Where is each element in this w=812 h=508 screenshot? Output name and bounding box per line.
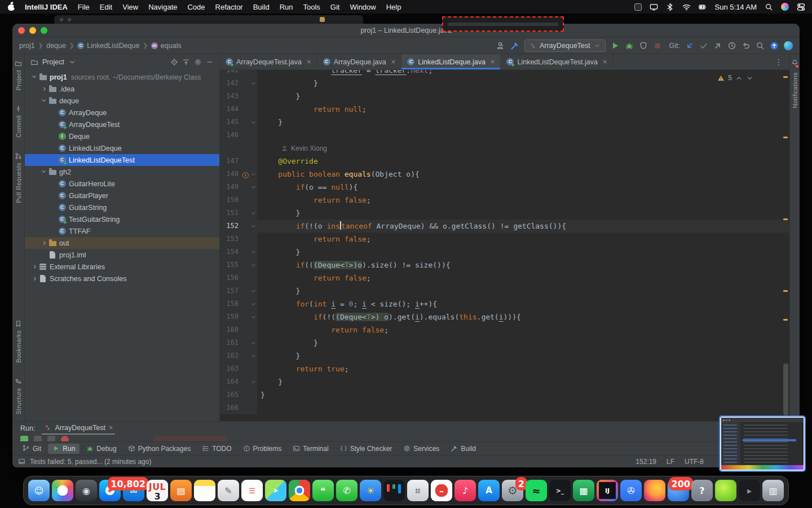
siri-icon[interactable] <box>781 3 789 11</box>
warning-stripe-mark[interactable] <box>783 137 788 138</box>
zoom-window-button[interactable] <box>41 27 47 34</box>
menu-window[interactable]: Window <box>345 3 381 11</box>
code-line-159[interactable]: 159 if(!((Deque<T>) o).get(i).equals(thi… <box>220 310 789 323</box>
run-config-select[interactable]: ArrayDequeTest <box>524 40 606 52</box>
tool-window-button-services[interactable]: Services <box>399 444 444 454</box>
dock-zoom[interactable]: ✇ <box>620 480 642 501</box>
gutter[interactable]: 153 <box>220 233 257 246</box>
code-text[interactable] <box>257 401 789 414</box>
git-update-button[interactable] <box>685 41 694 50</box>
chevron-right-icon[interactable] <box>30 277 38 280</box>
tree-item-proj1-iml[interactable]: proj1.iml <box>25 249 219 261</box>
chevron-down-icon[interactable] <box>68 58 76 66</box>
gutter[interactable]: 141 <box>220 70 257 77</box>
code-text[interactable]: if(!((Deque<T>) o).get(i).equals(this.ge… <box>257 310 789 323</box>
code-line-143[interactable]: 143 } <box>220 90 789 103</box>
line-number[interactable]: 156 <box>220 271 241 284</box>
error-stripe[interactable] <box>782 70 789 421</box>
chevron-down-icon[interactable] <box>30 76 38 77</box>
chevron-right-icon[interactable] <box>40 242 48 244</box>
stop-button[interactable] <box>653 41 662 50</box>
git-commit-button[interactable] <box>699 41 708 50</box>
dock-reminders[interactable]: ☰ <box>241 480 263 501</box>
code-line-152[interactable]: 152 if(!(o instanceof ArrayDeque) && o.g… <box>220 220 789 233</box>
tree-item-scratches-and-consoles[interactable]: Scratches and Consoles <box>25 273 219 284</box>
line-number[interactable]: 151 <box>220 207 241 220</box>
tab-options-icon[interactable]: ⋮ <box>768 58 789 67</box>
overriding-method-icon[interactable]: ↑ <box>242 172 249 178</box>
tool-window-pull-requests[interactable]: Pull Requests <box>15 152 22 203</box>
gutter[interactable]: 166 <box>220 401 257 414</box>
debug-button[interactable] <box>625 41 634 50</box>
dock-green-app[interactable] <box>715 480 736 501</box>
toolbar-icon[interactable] <box>34 436 42 441</box>
code-text[interactable]: } <box>257 116 789 129</box>
gutter[interactable]: 162 <box>220 349 257 362</box>
gutter[interactable]: 148↑ <box>220 168 257 181</box>
line-number[interactable]: 165 <box>220 388 241 401</box>
menu-edit[interactable]: Edit <box>95 3 117 11</box>
dock-notes[interactable] <box>194 480 215 501</box>
line-number[interactable]: 158 <box>220 297 241 310</box>
code-line-154[interactable]: 154 } <box>220 246 789 259</box>
code-text[interactable]: return false; <box>257 194 789 207</box>
line-number[interactable]: 163 <box>220 362 241 375</box>
gutter[interactable]: 161 <box>220 336 257 349</box>
line-number[interactable]: 144 <box>220 103 241 116</box>
gutter[interactable]: 147 <box>220 155 257 168</box>
code-line-155[interactable]: 155 if(((Deque<T>)o).size() != size()){ <box>220 259 789 271</box>
dock-discord[interactable]: 200 <box>668 480 689 501</box>
dock-sheets[interactable]: ▦ <box>573 480 594 501</box>
code-line-157[interactable]: 157 } <box>220 284 789 297</box>
git-push-button[interactable] <box>713 41 722 50</box>
code-text[interactable]: return false; <box>257 233 789 246</box>
line-number[interactable]: 166 <box>220 401 241 414</box>
scrollbar-thumb[interactable] <box>783 364 788 415</box>
warning-stripe-mark[interactable] <box>783 76 788 78</box>
breadcrumb-item-equals[interactable]: mequals <box>151 42 182 50</box>
code-text[interactable]: } <box>257 207 789 220</box>
build-hammer-icon[interactable] <box>510 41 519 50</box>
menu-navigate[interactable]: Navigate <box>143 3 182 11</box>
tool-window-button-python-packages[interactable]: Python Packages <box>123 444 195 454</box>
code-line-144[interactable]: 144 return null; <box>220 103 789 116</box>
fold-marker-icon[interactable] <box>250 316 257 318</box>
screen-mirroring-icon[interactable] <box>634 3 642 11</box>
tree-item-gh2[interactable]: gh2 <box>25 166 219 178</box>
display-icon[interactable] <box>650 3 658 11</box>
dock-spotify[interactable]: ≈ <box>526 480 547 501</box>
code-text[interactable]: return false; <box>257 271 789 284</box>
code-line-158[interactable]: 158 for(int i = 0; i < size(); i++){ <box>220 297 789 310</box>
line-number[interactable]: 154 <box>220 246 241 259</box>
gutter[interactable]: 163 <box>220 362 257 375</box>
screen-preview-overlay[interactable] <box>720 417 805 471</box>
prev-warning-icon[interactable] <box>735 75 743 82</box>
line-number[interactable]: 161 <box>220 336 241 349</box>
coverage-button[interactable] <box>639 41 648 50</box>
bluetooth-icon[interactable] <box>666 3 674 11</box>
code-text[interactable] <box>257 129 789 142</box>
project-panel-title[interactable]: Project <box>42 58 64 66</box>
close-icon[interactable]: × <box>603 58 607 66</box>
tree-item-arraydeque[interactable]: CArrayDeque <box>25 107 219 119</box>
tool-window-button-run[interactable]: Run <box>48 444 80 454</box>
gutter[interactable]: 159 <box>220 310 257 323</box>
dock-photos[interactable] <box>52 480 73 501</box>
gutter[interactable]: 146 <box>220 129 257 142</box>
wifi-icon[interactable] <box>682 3 691 11</box>
gutter[interactable]: 156 <box>220 271 257 284</box>
menu-run[interactable]: Run <box>275 3 298 11</box>
warning-stripe-mark[interactable] <box>783 218 788 220</box>
line-separator[interactable]: LF <box>667 458 674 466</box>
dock-tools[interactable]: ⌗ <box>407 480 429 501</box>
tool-window-structure[interactable]: Structure <box>15 378 22 414</box>
next-warning-icon[interactable] <box>746 75 753 82</box>
dock-dark-app[interactable]: ▸ <box>739 480 760 501</box>
tree-item-deque[interactable]: deque <box>25 95 219 107</box>
gutter[interactable]: 160 <box>220 323 257 336</box>
tree-item-linkedlistdequetest[interactable]: CLinkedListDequeTest <box>25 154 219 166</box>
tool-window-commit[interactable]: Commit <box>15 105 22 138</box>
breadcrumb-item-deque[interactable]: deque <box>46 42 66 50</box>
line-number[interactable]: 152 <box>220 220 241 233</box>
menu-intellij-idea[interactable]: IntelliJ IDEA <box>20 3 73 11</box>
